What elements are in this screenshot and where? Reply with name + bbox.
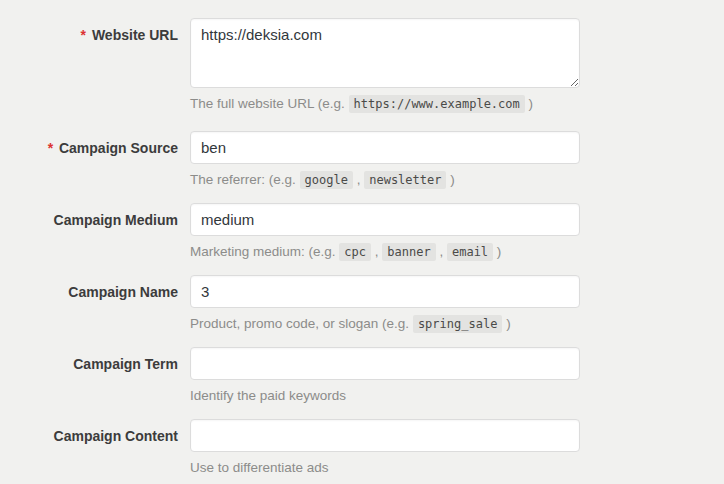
- campaign-name-label-col: Campaign Name: [0, 275, 178, 334]
- website-url-label: * Website URL: [81, 27, 178, 43]
- campaign-content-label-col: Campaign Content: [0, 419, 178, 478]
- example-source-code-chip: newsletter: [364, 171, 446, 189]
- help-text: The referrer: (e.g.: [190, 172, 296, 187]
- help-close-paren: ): [450, 172, 455, 187]
- campaign-content-input[interactable]: [190, 419, 580, 452]
- campaign-name-help: Product, promo code, or slogan (e.g. spr…: [190, 314, 588, 334]
- campaign-source-label: * Campaign Source: [48, 140, 178, 156]
- example-source-code-chip: google: [300, 171, 353, 189]
- campaign-source-field-col: The referrer: (e.g. google , newsletter …: [190, 131, 588, 190]
- form-row-campaign-term: Campaign Term Identify the paid keywords: [0, 347, 724, 406]
- campaign-term-input[interactable]: [190, 347, 580, 380]
- campaign-source-input[interactable]: [190, 131, 580, 164]
- campaign-medium-label: Campaign Medium: [54, 212, 178, 228]
- campaign-medium-label-col: Campaign Medium: [0, 203, 178, 262]
- help-close-paren: ): [506, 316, 511, 331]
- help-text: Marketing medium: (e.g.: [190, 244, 336, 259]
- form-row-campaign-name: Campaign Name Product, promo code, or sl…: [0, 275, 724, 334]
- website-url-field-col: https://deksia.com The full website URL …: [190, 18, 588, 114]
- help-close-paren: ): [497, 244, 502, 259]
- campaign-term-label-col: Campaign Term: [0, 347, 178, 406]
- campaign-term-label: Campaign Term: [73, 356, 178, 372]
- campaign-medium-field-col: Marketing medium: (e.g. cpc , banner , e…: [190, 203, 588, 262]
- website-url-help: The full website URL (e.g. https://www.e…: [190, 94, 588, 114]
- help-separator: ,: [357, 172, 361, 187]
- form-row-website-url: * Website URL https://deksia.com The ful…: [0, 18, 724, 114]
- required-asterisk: *: [48, 140, 53, 156]
- campaign-source-label-col: * Campaign Source: [0, 131, 178, 190]
- help-text: Product, promo code, or slogan (e.g.: [190, 316, 409, 331]
- campaign-medium-help: Marketing medium: (e.g. cpc , banner , e…: [190, 242, 588, 262]
- help-separator: ,: [439, 244, 443, 259]
- help-text: The full website URL (e.g.: [190, 96, 345, 111]
- campaign-name-field-col: Product, promo code, or slogan (e.g. spr…: [190, 275, 588, 334]
- campaign-name-label: Campaign Name: [68, 284, 178, 300]
- campaign-content-label: Campaign Content: [54, 428, 178, 444]
- example-medium-code-chip: email: [447, 243, 493, 261]
- form-row-campaign-source: * Campaign Source The referrer: (e.g. go…: [0, 131, 724, 190]
- website-url-label-text: Website URL: [92, 27, 178, 43]
- campaign-name-label-text: Campaign Name: [68, 284, 178, 300]
- help-text: Use to differentiate ads: [190, 460, 329, 475]
- campaign-source-help: The referrer: (e.g. google , newsletter …: [190, 170, 588, 190]
- website-url-label-col: * Website URL: [0, 18, 178, 114]
- form-row-campaign-content: Campaign Content Use to differentiate ad…: [0, 419, 724, 478]
- example-url-code-chip: https://www.example.com: [349, 95, 525, 113]
- campaign-url-builder-form: * Website URL https://deksia.com The ful…: [0, 0, 724, 478]
- campaign-medium-input[interactable]: [190, 203, 580, 236]
- help-separator: ,: [375, 244, 379, 259]
- example-medium-code-chip: cpc: [339, 243, 371, 261]
- campaign-source-label-text: Campaign Source: [59, 140, 178, 156]
- campaign-name-input[interactable]: [190, 275, 580, 308]
- campaign-term-help: Identify the paid keywords: [190, 386, 588, 406]
- campaign-content-label-text: Campaign Content: [54, 428, 178, 444]
- example-name-code-chip: spring_sale: [413, 315, 502, 333]
- help-close-paren: ): [529, 96, 534, 111]
- campaign-medium-label-text: Campaign Medium: [54, 212, 178, 228]
- campaign-content-field-col: Use to differentiate ads: [190, 419, 588, 478]
- form-row-campaign-medium: Campaign Medium Marketing medium: (e.g. …: [0, 203, 724, 262]
- required-asterisk: *: [81, 27, 86, 43]
- campaign-term-label-text: Campaign Term: [73, 356, 178, 372]
- campaign-content-help: Use to differentiate ads: [190, 458, 588, 478]
- website-url-textarea[interactable]: https://deksia.com: [190, 18, 580, 88]
- help-text: Identify the paid keywords: [190, 388, 346, 403]
- example-medium-code-chip: banner: [382, 243, 435, 261]
- campaign-term-field-col: Identify the paid keywords: [190, 347, 588, 406]
